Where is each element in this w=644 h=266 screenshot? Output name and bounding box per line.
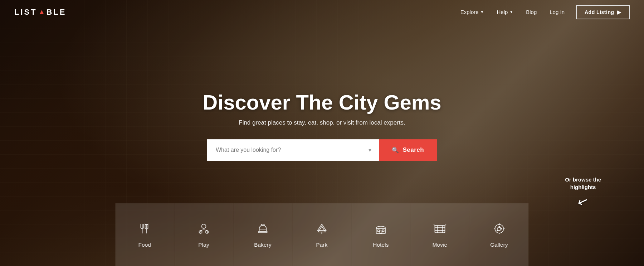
svg-marker-10 [318, 224, 326, 231]
svg-point-32 [497, 230, 498, 231]
search-icon: 🔍 [392, 147, 399, 154]
hotels-icon [374, 222, 388, 237]
logo[interactable]: LIST ▲ BLE [14, 8, 66, 17]
movie-svg [433, 222, 447, 236]
categories-bar: Food Play [116, 203, 529, 266]
help-chevron-icon: ▼ [509, 10, 513, 14]
add-listing-button[interactable]: Add Listing ▶ [576, 5, 630, 19]
browse-highlights: Or browse thehighlights ↙ [565, 176, 601, 209]
bakery-svg [256, 222, 270, 236]
category-play[interactable]: Play [175, 203, 234, 266]
gallery-svg [492, 222, 506, 236]
nav-help[interactable]: Help ▼ [492, 6, 518, 18]
hero-subtitle: Find great places to stay, eat, shop, or… [197, 119, 447, 126]
play-svg [197, 222, 211, 236]
navbar: LIST ▲ BLE Explore ▼ Help ▼ Blog Log In … [0, 0, 644, 24]
nav-explore[interactable]: Explore ▼ [455, 6, 489, 18]
hotels-svg [374, 222, 388, 236]
search-input[interactable] [207, 139, 379, 161]
play-icon [197, 222, 211, 237]
logo-text-part2: BLE [46, 8, 66, 17]
hotels-label: Hotels [373, 242, 389, 248]
food-icon [138, 222, 152, 237]
add-listing-arrow-icon: ▶ [617, 9, 621, 15]
category-park[interactable]: Park [293, 203, 352, 266]
svg-rect-9 [259, 231, 267, 233]
hero-section: LIST ▲ BLE Explore ▼ Help ▼ Blog Log In … [0, 0, 644, 266]
svg-rect-16 [380, 231, 382, 233]
park-label: Park [316, 242, 327, 248]
movie-icon [433, 222, 447, 237]
svg-point-30 [499, 226, 500, 227]
svg-point-24 [495, 224, 503, 233]
movie-label: Movie [433, 242, 448, 248]
browse-highlights-text: Or browse thehighlights [565, 176, 601, 190]
logo-arrow-icon: ▲ [38, 8, 45, 16]
svg-line-23 [445, 224, 446, 226]
gallery-icon [492, 222, 506, 237]
park-svg [315, 222, 329, 236]
svg-rect-15 [382, 230, 384, 232]
food-label: Food [138, 242, 151, 248]
svg-point-31 [501, 228, 502, 229]
svg-rect-14 [378, 230, 380, 232]
food-svg [138, 222, 152, 236]
svg-marker-11 [318, 226, 326, 232]
search-input-wrapper: ▼ [207, 139, 379, 161]
category-gallery[interactable]: Gallery [470, 203, 529, 266]
svg-rect-8 [259, 229, 267, 231]
search-bar: ▼ 🔍 Search [197, 139, 447, 161]
hero-content: Discover The City Gems Find great places… [197, 91, 447, 161]
bakery-label: Bakery [254, 242, 272, 248]
park-icon [315, 222, 329, 237]
svg-rect-17 [435, 226, 445, 233]
logo-text-part1: LIST [14, 8, 37, 17]
play-label: Play [198, 242, 209, 248]
category-bakery[interactable]: Bakery [234, 203, 293, 266]
explore-chevron-icon: ▼ [480, 10, 484, 14]
search-button[interactable]: 🔍 Search [379, 139, 437, 161]
bakery-icon [256, 222, 270, 237]
nav-links: Explore ▼ Help ▼ Blog Log In Add Listing… [455, 5, 630, 19]
svg-line-22 [434, 224, 435, 226]
hero-title: Discover The City Gems [197, 91, 447, 114]
category-movie[interactable]: Movie [411, 203, 470, 266]
gallery-label: Gallery [490, 242, 508, 248]
category-hotels[interactable]: Hotels [352, 203, 411, 266]
category-food[interactable]: Food [116, 203, 175, 266]
nav-blog[interactable]: Blog [521, 6, 542, 18]
nav-login[interactable]: Log In [545, 6, 570, 18]
svg-point-5 [202, 224, 206, 228]
